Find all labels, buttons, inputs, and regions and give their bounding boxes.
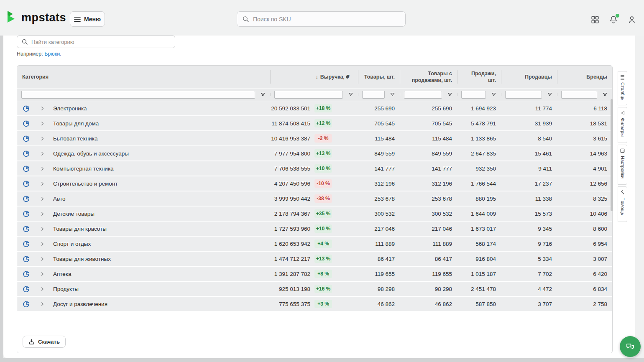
table-row[interactable]: Товары для красоты 1 727 593 960 +10 % 2… <box>17 222 612 236</box>
sales-value: 5 478 791 <box>471 120 496 127</box>
pie-chart-icon[interactable] <box>22 255 30 263</box>
left-scrollbar[interactable] <box>0 36 3 362</box>
filter-input-revenue[interactable] <box>274 91 343 99</box>
pie-chart-icon[interactable] <box>22 120 30 127</box>
brands-value: 3 615 <box>593 135 607 142</box>
revenue-change-badge: +18 % <box>314 104 332 112</box>
person-icon <box>627 15 636 24</box>
category-name: Электроника <box>53 105 87 112</box>
category-search-input[interactable] <box>31 39 171 45</box>
example-link[interactable]: Брюки. <box>44 51 61 57</box>
chevron-right-icon[interactable] <box>40 196 45 201</box>
sellers-value: 15 573 <box>535 211 552 217</box>
notifications-button[interactable] <box>607 13 620 26</box>
table-row[interactable]: Авто 3 999 950 442 -38 % 253 678 253 678… <box>17 191 612 206</box>
filter-input-products-with-sales[interactable] <box>404 91 442 99</box>
pie-chart-icon[interactable] <box>22 225 30 233</box>
column-header-revenue[interactable]: ↓Выручка, ₽ <box>270 66 358 88</box>
table-row[interactable]: Досуг и развлечения 775 655 375 +3 % 46 … <box>17 297 612 311</box>
chevron-right-icon[interactable] <box>40 136 45 141</box>
pie-chart-icon[interactable] <box>22 270 30 278</box>
table-row[interactable]: Товары для животных 1 474 712 217 +13 % … <box>17 252 612 266</box>
menu-button[interactable]: Меню <box>70 11 105 27</box>
products-value: 111 889 <box>375 241 395 247</box>
tab-filters[interactable]: Фильтры <box>618 107 627 143</box>
chevron-right-icon[interactable] <box>40 272 45 276</box>
pie-chart-icon[interactable] <box>22 300 30 308</box>
chat-button[interactable] <box>620 336 641 357</box>
products-with-sales-value: 115 484 <box>432 135 452 142</box>
brands-value: 3 007 <box>593 256 607 262</box>
table-row[interactable]: Бытовая техника 10 416 953 387 -2 % 115 … <box>17 131 612 145</box>
pie-chart-icon[interactable] <box>22 180 30 188</box>
table-row[interactable]: Электроника 20 592 033 501 +18 % 255 690… <box>17 101 612 115</box>
column-header-products-with-sales[interactable]: Товары с продажами, шт. <box>400 66 457 88</box>
profile-button[interactable] <box>626 13 638 26</box>
filter-input-sellers[interactable] <box>505 91 542 99</box>
table-row[interactable]: Одежда, обувь и аксессуары 7 977 954 800… <box>17 146 612 161</box>
chevron-right-icon[interactable] <box>40 151 45 156</box>
chevron-right-icon[interactable] <box>40 257 45 261</box>
pie-chart-icon[interactable] <box>22 165 30 173</box>
table-row[interactable]: Спорт и отдых 1 620 653 942 +4 % 111 889… <box>17 237 612 251</box>
column-header-category[interactable]: Категория <box>17 66 270 88</box>
tab-help[interactable]: Помощь <box>618 186 627 222</box>
sku-search-input[interactable] <box>253 16 400 23</box>
filter-funnel-icon[interactable] <box>346 92 355 97</box>
filter-funnel-icon[interactable] <box>388 92 397 97</box>
chevron-right-icon[interactable] <box>40 242 45 246</box>
tab-settings[interactable]: Настройки <box>618 145 627 185</box>
column-header-products[interactable]: Товары, шт. <box>358 66 400 88</box>
table-row[interactable]: Товары для дома 11 874 508 415 +12 % 705… <box>17 116 612 130</box>
pie-chart-icon[interactable] <box>22 285 30 293</box>
table-row[interactable]: Строительство и ремонт 4 207 450 596 -10… <box>17 176 612 191</box>
filter-funnel-icon[interactable] <box>258 92 267 97</box>
tab-columns[interactable]: Столбцы <box>618 71 627 105</box>
brands-value: 14 963 <box>590 150 607 157</box>
chevron-right-icon[interactable] <box>40 106 45 111</box>
download-button[interactable]: Скачать <box>23 336 66 348</box>
horizontal-scrollbar[interactable] <box>0 358 644 362</box>
chevron-right-icon[interactable] <box>40 181 45 186</box>
chevron-right-icon[interactable] <box>40 287 45 291</box>
revenue-value: 3 999 950 442 <box>274 196 310 202</box>
apps-grid-button[interactable] <box>589 13 601 26</box>
chevron-right-icon[interactable] <box>40 121 45 126</box>
category-name: Одежда, обувь и аксессуары <box>53 150 129 157</box>
pie-chart-icon[interactable] <box>22 135 30 143</box>
brands-value: 8 600 <box>593 226 607 232</box>
category-name: Детские товары <box>53 211 95 217</box>
chevron-right-icon[interactable] <box>40 227 45 231</box>
pie-chart-icon[interactable] <box>22 195 30 203</box>
filter-funnel-icon[interactable] <box>489 92 498 97</box>
chevron-right-icon[interactable] <box>40 166 45 171</box>
pie-chart-icon[interactable] <box>22 210 30 218</box>
column-header-sales[interactable]: Продажи, шт. <box>457 66 501 88</box>
brands-value: 18 531 <box>590 120 607 127</box>
revenue-value: 2 178 794 367 <box>274 211 310 217</box>
pie-chart-icon[interactable] <box>22 105 30 112</box>
filter-funnel-icon[interactable] <box>545 92 554 97</box>
category-name: Бытовая техника <box>53 135 97 142</box>
filter-input-brands[interactable] <box>561 91 597 99</box>
revenue-value: 7 706 538 555 <box>274 166 310 172</box>
pie-chart-icon[interactable] <box>22 240 30 248</box>
filter-input-category[interactable] <box>21 91 255 99</box>
table-row[interactable]: Продукты 925 013 198 +16 % 98 298 98 298… <box>17 282 612 296</box>
filter-funnel-icon[interactable] <box>600 92 609 97</box>
chevron-right-icon[interactable] <box>40 212 45 216</box>
category-search-box <box>17 36 175 48</box>
column-header-sellers[interactable]: Продавцы <box>501 66 557 88</box>
filter-input-sales[interactable] <box>461 91 486 99</box>
table-row[interactable]: Аптека 1 391 287 782 +8 % 119 655 119 65… <box>17 267 612 281</box>
chevron-right-icon[interactable] <box>40 302 45 306</box>
table-scrollbar-thumb[interactable] <box>611 99 613 211</box>
column-header-brands[interactable]: Бренды <box>557 66 612 88</box>
filter-funnel-icon[interactable] <box>445 92 454 97</box>
filter-input-products[interactable] <box>362 91 385 99</box>
table-row[interactable]: Компьютерная техника 7 706 538 555 +10 %… <box>17 161 612 176</box>
table-footer: Скачать <box>17 330 612 353</box>
pie-chart-icon[interactable] <box>22 150 30 158</box>
table-row[interactable]: Детские товары 2 178 794 367 +35 % 300 5… <box>17 206 612 221</box>
brand[interactable]: mpstats <box>6 0 66 36</box>
